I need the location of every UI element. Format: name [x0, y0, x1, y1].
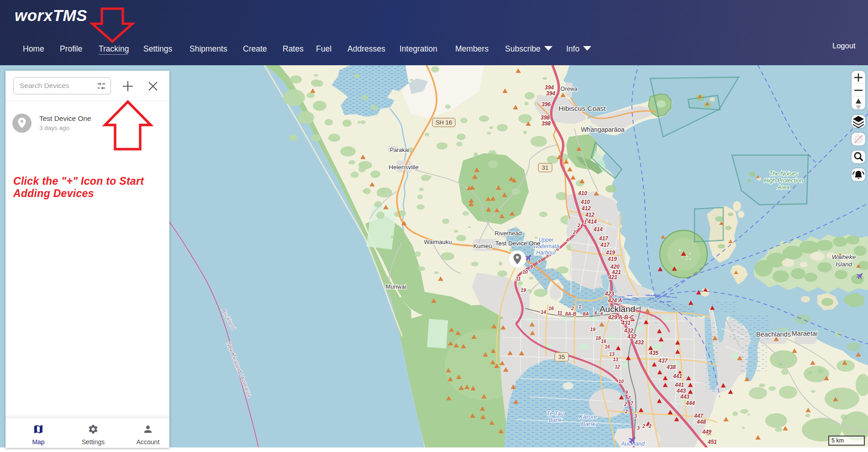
svg-text:412: 412	[581, 205, 591, 212]
svg-text:Waimauku: Waimauku	[424, 239, 452, 245]
svg-text:448: 448	[696, 419, 706, 425]
svg-text:443: 443	[676, 388, 686, 394]
svg-text:421: 421	[608, 274, 617, 281]
svg-text:14: 14	[541, 309, 546, 315]
svg-text:412: 412	[585, 212, 594, 218]
svg-text:35: 35	[558, 353, 565, 360]
svg-text:398: 398	[542, 120, 551, 127]
svg-text:10: 10	[522, 269, 528, 275]
svg-text:16: 16	[548, 306, 554, 311]
svg-text:2: 2	[642, 423, 645, 429]
svg-text:12: 12	[615, 364, 620, 369]
svg-text:441: 441	[674, 382, 684, 388]
svg-text:449: 449	[702, 429, 711, 435]
svg-text:396: 396	[542, 101, 551, 108]
svg-text:417: 417	[600, 242, 610, 248]
svg-text:1: 1	[579, 304, 581, 309]
svg-text:16: 16	[601, 338, 606, 344]
svg-text:Waiheke: Waiheke	[832, 254, 856, 260]
svg-text:424 A: 424 A	[607, 297, 622, 304]
svg-text:451: 451	[707, 439, 717, 445]
svg-text:Orewa: Orewa	[561, 86, 578, 92]
svg-text:Bank: Bank	[549, 417, 562, 423]
svg-text:Test Device One: Test Device One	[495, 240, 540, 247]
svg-text:444: 444	[685, 400, 695, 406]
svg-text:11: 11	[516, 276, 521, 281]
svg-text:398: 398	[541, 114, 550, 121]
svg-text:High Protection: High Protection	[764, 177, 803, 184]
svg-text:1: 1	[584, 219, 587, 225]
svg-text:419: 419	[607, 256, 617, 262]
svg-text:410: 410	[578, 190, 587, 197]
svg-text:19: 19	[590, 327, 595, 332]
svg-text:13: 13	[613, 357, 618, 362]
svg-text:431: 431	[621, 320, 631, 326]
svg-text:447: 447	[694, 413, 704, 419]
svg-text:Bank: Bank	[581, 421, 596, 427]
svg-text:6: 6	[594, 310, 597, 316]
svg-text:10: 10	[618, 379, 624, 384]
svg-text:Helensville: Helensville	[389, 164, 418, 171]
svg-text:31: 31	[542, 164, 548, 171]
svg-text:Kumeū: Kumeū	[473, 243, 492, 249]
svg-text:SH 16: SH 16	[436, 119, 452, 126]
svg-text:423: 423	[605, 291, 614, 297]
svg-text:435: 435	[649, 350, 658, 356]
svg-text:Beachlands: Beachlands	[756, 331, 791, 338]
svg-text:Hibiscus Coast: Hibiscus Coast	[558, 104, 606, 112]
svg-text:437: 437	[658, 358, 668, 364]
svg-text:9: 9	[625, 390, 628, 395]
svg-text:432: 432	[627, 333, 637, 340]
svg-text:Auckland: Auckland	[600, 304, 635, 314]
svg-text:13: 13	[609, 351, 615, 357]
svg-text:2: 2	[625, 409, 628, 414]
svg-text:9: 9	[530, 264, 533, 270]
svg-text:2: 2	[573, 229, 576, 235]
svg-text:432: 432	[624, 327, 633, 334]
svg-text:Karore: Karore	[579, 413, 598, 420]
svg-text:Island: Island	[836, 261, 852, 268]
svg-text:3: 3	[634, 413, 637, 419]
svg-text:Riverhead: Riverhead	[494, 230, 521, 237]
svg-text:414: 414	[593, 226, 603, 233]
svg-text:8A: 8A	[583, 311, 589, 317]
svg-text:2: 2	[648, 423, 652, 429]
svg-text:Whangaparāoa: Whangaparāoa	[581, 126, 625, 133]
svg-text:2: 2	[577, 223, 580, 228]
svg-text:394: 394	[546, 90, 555, 97]
svg-text:417: 417	[599, 235, 609, 242]
svg-text:The Noises: The Noises	[769, 171, 798, 177]
svg-text:19: 19	[521, 287, 526, 293]
svg-text:11: 11	[558, 310, 563, 316]
svg-text:410: 410	[580, 199, 590, 205]
svg-text:Te Tau: Te Tau	[547, 410, 563, 417]
svg-text:2: 2	[571, 306, 574, 311]
svg-text:419: 419	[605, 249, 615, 256]
svg-text:3: 3	[637, 425, 640, 431]
svg-text:441: 441	[673, 373, 682, 379]
svg-text:Muriwai: Muriwai	[386, 283, 406, 290]
svg-text:16: 16	[605, 344, 610, 349]
svg-text:438: 438	[666, 364, 676, 370]
svg-text:8A-B: 8A-B	[565, 311, 577, 317]
svg-text:443: 443	[680, 394, 689, 400]
svg-text:394: 394	[545, 84, 554, 91]
svg-text:9: 9	[538, 259, 541, 264]
svg-text:Harbour: Harbour	[536, 249, 556, 256]
svg-text:Area: Area	[777, 184, 789, 191]
svg-text:Parakai: Parakai	[390, 147, 409, 153]
svg-text:4: 4	[566, 237, 569, 243]
svg-text:18: 18	[595, 335, 601, 341]
svg-text:Upper: Upper	[539, 237, 554, 243]
svg-text:414: 414	[587, 218, 597, 225]
svg-text:2: 2	[624, 401, 627, 407]
svg-text:433: 433	[634, 339, 644, 346]
svg-text:Maraetai: Maraetai	[792, 330, 817, 337]
